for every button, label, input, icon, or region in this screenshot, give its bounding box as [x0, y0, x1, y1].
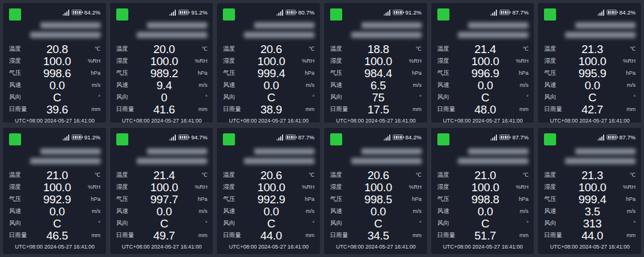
- measurement-value: 998.8: [464, 194, 507, 205]
- measurement-row-temperature: 温度20.8℃: [9, 43, 101, 55]
- measurement-row-daily_rainfall: 日雨量17.5mm: [330, 103, 422, 115]
- measurement-label: 温度: [330, 45, 357, 53]
- station-name-blurred: [575, 22, 636, 28]
- measurement-label: 日雨量: [223, 231, 249, 240]
- measurement-label: 温度: [223, 171, 249, 179]
- measurement-unit: mm: [507, 232, 528, 238]
- measurement-value: 20.8: [36, 43, 79, 55]
- measurement-row-wind_speed: 风速0.0m/s: [223, 205, 314, 217]
- measurement-row-temperature: 温度21.0℃: [437, 169, 529, 181]
- station-card[interactable]: 87.7% 温度20.6℃湿度100.0%RH气压992.9hPa风速0.0m/…: [217, 128, 320, 254]
- station-card[interactable]: 91.2% 温度20.0℃湿度100.0%RH气压989.2hPa风速9.4m/…: [110, 3, 213, 122]
- measurement-value: 100.0: [36, 56, 79, 67]
- measurement-unit: hPa: [507, 70, 528, 76]
- card-header: 84.2%: [330, 133, 422, 147]
- station-name-blurred: [361, 148, 422, 154]
- measurement-row-temperature: 温度20.6℃: [223, 169, 314, 181]
- station-card[interactable]: 87.7% 温度21.0℃湿度100.0%RH气压998.8hPa风速0.0m/…: [431, 128, 534, 254]
- measurement-row-daily_rainfall: 日雨量49.7mm: [116, 229, 208, 241]
- timestamp: UTC+08:00 2024-05-27 16:41:00: [330, 244, 422, 251]
- signal-strength-icon: [169, 10, 176, 16]
- measurement-unit: %RH: [79, 184, 101, 190]
- measurement-rows: 温度20.6℃湿度100.0%RH气压992.9hPa风速0.0m/s风向C°日…: [223, 168, 314, 244]
- measurement-label: 风向: [437, 219, 464, 227]
- measurement-value: C: [571, 92, 614, 103]
- measurement-unit: ℃: [293, 172, 314, 178]
- station-id-blurred: [244, 158, 314, 164]
- measurement-unit: %RH: [400, 184, 422, 190]
- measurement-unit: %RH: [614, 58, 636, 64]
- station-card[interactable]: 94.7% 温度21.4℃湿度100.0%RH气压997.7hPa风速0.0m/…: [110, 128, 213, 254]
- measurement-unit: hPa: [293, 70, 314, 76]
- station-card[interactable]: 87.7% 温度21.3℃湿度100.0%RH气压999.4hPa风速3.5m/…: [538, 128, 641, 254]
- measurement-unit: °: [614, 94, 636, 100]
- measurement-label: 风向: [437, 93, 464, 101]
- measurement-unit: ℃: [400, 46, 422, 52]
- measurement-label: 日雨量: [116, 105, 143, 113]
- measurement-value: 0.0: [143, 206, 186, 217]
- measurement-value: 49.7: [143, 230, 186, 241]
- measurement-label: 湿度: [330, 57, 357, 65]
- station-card[interactable]: 91.2% 温度21.0℃湿度100.0%RH气压992.9hPa风速0.0m/…: [3, 128, 106, 254]
- measurement-row-wind_speed: 风速0.0m/s: [544, 79, 636, 91]
- measurement-row-wind_direction: 风向C°: [9, 217, 101, 229]
- station-id-blurred: [137, 158, 207, 164]
- measurement-unit: mm: [614, 106, 636, 112]
- station-card[interactable]: 84.2% 温度21.3℃湿度100.0%RH气压995.9hPa风速0.0m/…: [538, 3, 641, 122]
- battery-percentage: 87.7%: [298, 134, 314, 141]
- measurement-value: 997.7: [143, 194, 186, 205]
- measurement-row-temperature: 温度20.6℃: [223, 43, 314, 55]
- measurement-row-temperature: 温度21.4℃: [116, 169, 208, 181]
- station-card[interactable]: 80.7% 温度20.6℃湿度100.0%RH气压999.4hPa风速0.0m/…: [217, 3, 320, 122]
- station-card[interactable]: 84.2% 温度20.8℃湿度100.0%RH气压998.6hPa风速0.0m/…: [3, 3, 106, 122]
- battery-icon: [607, 135, 617, 140]
- station-card[interactable]: 84.2% 温度20.6℃湿度100.0%RH气压998.5hPa风速0.0m/…: [324, 128, 427, 254]
- measurement-value: C: [464, 218, 507, 229]
- measurement-label: 气压: [544, 69, 571, 77]
- measurement-unit: m/s: [507, 82, 528, 88]
- station-id-blurred: [244, 32, 314, 38]
- station-name-blurred: [468, 148, 528, 154]
- measurement-value: 100.0: [143, 182, 186, 193]
- measurement-label: 温度: [116, 171, 143, 179]
- measurement-label: 湿度: [544, 57, 571, 65]
- measurement-value: 44.0: [249, 230, 293, 241]
- measurement-value: 44.0: [571, 230, 614, 241]
- measurement-label: 风向: [544, 219, 571, 227]
- measurement-row-temperature: 温度21.3℃: [544, 169, 636, 181]
- measurement-row-temperature: 温度18.8℃: [330, 43, 422, 55]
- measurement-row-humidity: 湿度100.0%RH: [544, 181, 636, 193]
- station-title-block: [223, 148, 314, 164]
- battery-icon: [607, 10, 617, 15]
- timestamp: UTC+08:00 2024-05-27 16:41:00: [330, 118, 422, 125]
- measurement-value: 0.0: [464, 206, 507, 217]
- battery-percentage: 87.7%: [512, 9, 528, 16]
- measurement-unit: °: [614, 220, 636, 226]
- measurement-value: 998.5: [357, 194, 400, 205]
- measurement-unit: %RH: [293, 184, 314, 190]
- measurement-row-humidity: 湿度100.0%RH: [330, 181, 422, 193]
- measurement-row-pressure: 气压995.9hPa: [544, 67, 636, 79]
- measurement-label: 湿度: [223, 57, 249, 65]
- status-indicator-icon: [9, 133, 21, 145]
- measurement-label: 日雨量: [544, 231, 571, 240]
- measurement-rows: 温度20.6℃湿度100.0%RH气压998.5hPa风速0.0m/s风向C°日…: [330, 168, 422, 244]
- measurement-value: 20.0: [143, 43, 186, 55]
- measurement-unit: ℃: [186, 172, 207, 178]
- measurement-value: 21.4: [143, 170, 186, 181]
- station-card[interactable]: 91.2% 温度18.8℃湿度100.0%RH气压984.4hPa风速6.5m/…: [324, 3, 427, 122]
- measurement-unit: m/s: [400, 82, 422, 88]
- station-id-blurred: [137, 32, 207, 38]
- station-card[interactable]: 87.7% 温度21.4℃湿度100.0%RH气压996.9hPa风速0.0m/…: [431, 3, 534, 122]
- measurement-unit: ℃: [507, 46, 528, 52]
- measurement-unit: hPa: [400, 196, 422, 202]
- measurement-row-wind_direction: 风向C°: [9, 91, 101, 103]
- measurement-row-temperature: 温度21.0℃: [9, 169, 101, 181]
- measurement-unit: mm: [400, 106, 422, 112]
- station-title-block: [116, 22, 208, 38]
- station-title-block: [544, 148, 636, 164]
- measurement-row-humidity: 湿度100.0%RH: [223, 181, 314, 193]
- station-id-blurred: [565, 158, 636, 164]
- measurement-row-daily_rainfall: 日雨量44.0mm: [223, 229, 314, 241]
- signal-strength-icon: [384, 135, 390, 141]
